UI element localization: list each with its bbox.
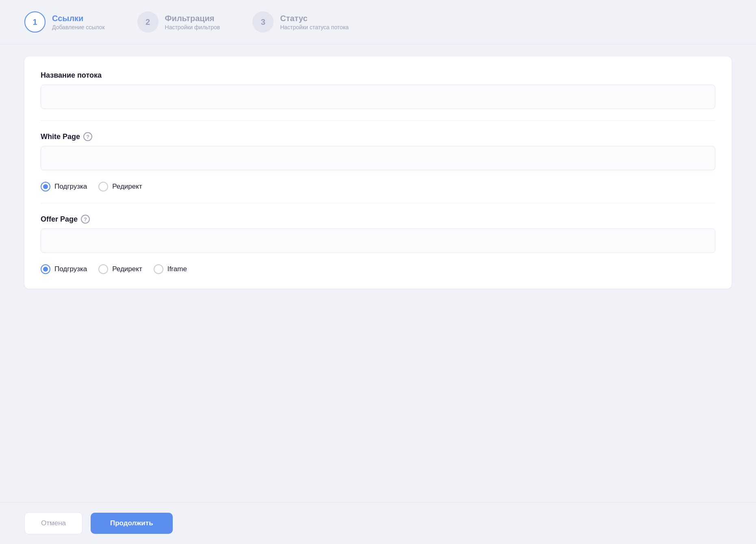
cancel-button[interactable]: Отмена — [24, 512, 83, 534]
step-2-circle: 2 — [137, 11, 159, 33]
divider-2 — [41, 203, 715, 203]
white-page-radio-podgruzka-inner — [43, 184, 48, 189]
step-3-subtitle: Настройки статуса потока — [280, 24, 349, 30]
white-page-radio-podgruzka-outer — [41, 182, 50, 191]
white-page-radio-redirect-outer — [98, 182, 108, 191]
step-1: 1 Ссылки Добавление ссылок — [24, 11, 105, 33]
step-1-number: 1 — [33, 17, 37, 27]
step-3-number: 3 — [261, 17, 265, 27]
stream-name-label-text: Название потока — [41, 71, 102, 80]
offer-page-radio-iframe-label: Iframe — [167, 265, 187, 273]
form-card: Название потока White Page ? Подгрузка — [24, 57, 732, 289]
step-2-subtitle: Настройки фильтров — [165, 24, 220, 30]
step-1-circle: 1 — [24, 11, 46, 33]
stepper-header: 1 Ссылки Добавление ссылок 2 Фильтрация … — [0, 0, 756, 44]
footer: Отмена Продолжить — [0, 502, 756, 544]
offer-page-help-icon[interactable]: ? — [81, 215, 90, 224]
offer-page-radio-podgruzka-outer — [41, 264, 50, 274]
white-page-label: White Page ? — [41, 132, 715, 141]
white-page-group: White Page ? — [41, 132, 715, 170]
continue-button[interactable]: Продолжить — [91, 513, 173, 534]
white-page-radio-podgruzka[interactable]: Подгрузка — [41, 182, 87, 191]
offer-page-radio-iframe[interactable]: Iframe — [154, 264, 187, 274]
step-1-title: Ссылки — [52, 14, 105, 23]
offer-page-radio-podgruzka-label: Подгрузка — [54, 265, 87, 273]
offer-page-radio-redirect-outer — [98, 264, 108, 274]
step-2: 2 Фильтрация Настройки фильтров — [137, 11, 220, 33]
offer-page-input[interactable] — [41, 228, 715, 253]
main-content: Название потока White Page ? Подгрузка — [0, 44, 756, 502]
step-3-text: Статус Настройки статуса потока — [280, 14, 349, 30]
offer-page-radio-podgruzka[interactable]: Подгрузка — [41, 264, 87, 274]
white-page-radio-redirect-label: Редирект — [112, 183, 142, 191]
stream-name-label: Название потока — [41, 71, 715, 80]
step-2-number: 2 — [146, 17, 150, 27]
white-page-radio-podgruzka-label: Подгрузка — [54, 183, 87, 191]
white-page-input[interactable] — [41, 146, 715, 170]
offer-page-radio-podgruzka-inner — [43, 267, 48, 272]
white-page-radio-redirect[interactable]: Редирект — [98, 182, 142, 191]
white-page-radio-group: Подгрузка Редирект — [41, 182, 715, 191]
step-3: 3 Статус Настройки статуса потока — [252, 11, 349, 33]
offer-page-group: Offer Page ? — [41, 215, 715, 253]
offer-page-radio-redirect-label: Редирект — [112, 265, 142, 273]
offer-page-radio-group: Подгрузка Редирект Iframe — [41, 264, 715, 274]
stream-name-group: Название потока — [41, 71, 715, 109]
step-3-title: Статус — [280, 14, 349, 23]
offer-page-label-text: Offer Page — [41, 215, 78, 224]
stream-name-input[interactable] — [41, 85, 715, 109]
divider-1 — [41, 120, 715, 121]
step-1-subtitle: Добавление ссылок — [52, 24, 105, 30]
white-page-help-icon[interactable]: ? — [83, 132, 92, 141]
offer-page-label: Offer Page ? — [41, 215, 715, 224]
step-3-circle: 3 — [252, 11, 274, 33]
offer-page-radio-redirect[interactable]: Редирект — [98, 264, 142, 274]
white-page-label-text: White Page — [41, 133, 80, 141]
step-2-text: Фильтрация Настройки фильтров — [165, 14, 220, 30]
step-1-text: Ссылки Добавление ссылок — [52, 14, 105, 30]
step-2-title: Фильтрация — [165, 14, 220, 23]
offer-page-radio-iframe-outer — [154, 264, 163, 274]
